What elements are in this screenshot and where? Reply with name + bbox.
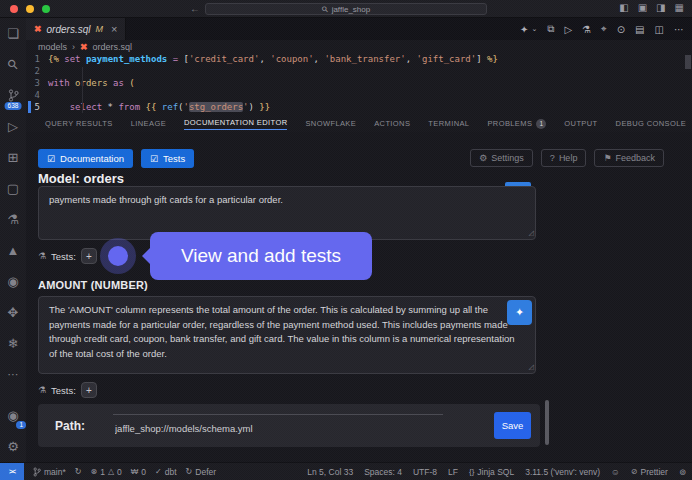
tooltip-view-and-add-tests: View and add tests — [150, 232, 372, 280]
breadcrumb-separator-icon: › — [72, 42, 75, 52]
resize-handle-icon[interactable]: ◿ — [529, 228, 534, 239]
help-icon: ? — [550, 153, 555, 163]
panel-tab-problems[interactable]: PROBLEMS 1 — [478, 115, 555, 132]
resize-handle-icon[interactable]: ◿ — [529, 362, 534, 373]
counter-status[interactable]: ₩ 0 — [131, 467, 146, 477]
save-button[interactable]: Save — [494, 412, 531, 439]
panel-tab-debug-console[interactable]: DEBUG CONSOLE — [607, 115, 692, 132]
compare-icon[interactable]: ⧉ — [547, 23, 554, 35]
indentation-status[interactable]: Spaces: 4 — [364, 467, 402, 477]
dbt-build-icon[interactable]: ✦ — [520, 24, 528, 35]
dbt-file-icon: ✖ — [34, 24, 42, 34]
history-back-icon[interactable]: ← — [190, 3, 200, 14]
settings-button[interactable]: ⚙ Settings — [470, 149, 533, 167]
more-actions-icon[interactable]: ⋯ — [674, 24, 684, 35]
dbt-power-user-icon[interactable]: ▲ — [0, 235, 26, 266]
settings-gear-icon[interactable]: ⚙ — [0, 431, 26, 462]
test-model-icon[interactable]: ⚗ — [582, 24, 591, 35]
encoding-status[interactable]: UTF-8 — [413, 467, 437, 477]
help-button[interactable]: ? Help — [541, 149, 587, 167]
panel-tab-documentation-editor[interactable]: DOCUMENTATION EDITOR — [175, 115, 296, 132]
close-window-button[interactable] — [10, 5, 18, 13]
tab-modified-marker: M — [95, 24, 103, 34]
dbt-build-dropdown-icon[interactable]: ⌄ — [531, 25, 537, 33]
defer-status[interactable]: ↻ Defer — [186, 467, 217, 477]
panel-tab-query-results[interactable]: QUERY RESULTS — [36, 115, 122, 132]
pin-icon[interactable]: ⌖ — [601, 23, 607, 35]
explorer-icon[interactable]: ❏ — [0, 18, 26, 49]
amount-description-textarea[interactable]: The 'AMOUNT' column represents the total… — [38, 296, 536, 374]
feedback-button[interactable]: ⚑ Feedback — [594, 149, 664, 167]
code-editor[interactable]: 1{% set payment_methods = ['credit_card'… — [26, 53, 692, 115]
counter-icon: ₩ — [131, 467, 139, 476]
code-line[interactable]: 5 select * from {{ ref('stg_orders') }} — [26, 101, 692, 113]
toggle-sidebar-left-icon[interactable]: ◧ — [619, 2, 628, 13]
panel-tab-lineage[interactable]: LINEAGE — [122, 115, 175, 132]
tab-close-icon[interactable]: × — [111, 23, 117, 35]
ai-generate-button[interactable]: ✦ — [507, 300, 532, 325]
panel-tab-snowflake[interactable]: SNOWFLAKE — [296, 115, 365, 132]
code-line[interactable]: 4 — [26, 89, 692, 101]
add-test-button[interactable]: + — [81, 248, 97, 264]
extensions-icon[interactable]: ⊞ — [0, 142, 26, 173]
search-text: jaffle_shop — [332, 5, 371, 14]
line-number: 2 — [26, 65, 48, 77]
run-file-icon[interactable]: ▷ — [564, 24, 572, 35]
path-input[interactable] — [113, 414, 443, 438]
dbt-status[interactable]: ✓ dbt — [155, 467, 177, 477]
toggle-sidebar-right-icon[interactable]: ◨ — [656, 2, 665, 13]
line-source: with orders as ( — [48, 77, 135, 89]
cursor-position-status[interactable]: Ln 5, Col 33 — [307, 467, 353, 477]
eol-status[interactable]: LF — [448, 467, 458, 477]
search-sidebar-icon[interactable]: ⚲ — [0, 49, 26, 80]
maximize-window-button[interactable] — [42, 5, 50, 13]
code-line[interactable]: 3with orders as ( — [26, 77, 692, 89]
source-control-icon[interactable]: 638 — [0, 80, 26, 111]
split-editor-icon[interactable]: ◫ — [655, 24, 664, 35]
braces-icon: {} — [469, 467, 474, 476]
documentation-toggle-button[interactable]: ☑ Documentation — [38, 149, 133, 168]
testing-icon[interactable]: ⚗ — [0, 204, 26, 235]
validate-icon[interactable]: ⊙ — [617, 24, 625, 35]
feedback-smiley-icon[interactable]: ☺ — [611, 467, 620, 477]
preview-icon[interactable]: ▤ — [635, 24, 644, 35]
git-sync-status[interactable]: ↻ — [75, 467, 82, 476]
search-icon: ⚲ — [319, 4, 330, 15]
flag-icon: ⚑ — [603, 153, 611, 163]
code-line[interactable]: 2 — [26, 65, 692, 77]
toggle-panel-icon[interactable]: ▣ — [638, 2, 647, 13]
python-interpreter-status[interactable]: 3.11.5 ('venv': venv) — [525, 467, 600, 477]
prettier-status[interactable]: ⊘ Prettier — [631, 467, 668, 477]
panel-scrollbar[interactable] — [545, 400, 549, 445]
window-controls[interactable] — [10, 5, 50, 13]
cursor-highlight — [100, 238, 136, 274]
run-debug-icon[interactable]: ▷ — [0, 111, 26, 142]
snowflake-icon[interactable]: ❄ — [0, 328, 26, 359]
account-view-icon[interactable]: ◉ — [0, 266, 26, 297]
command-center-search[interactable]: ⚲ jaffle_shop — [205, 3, 487, 15]
prettier-icon: ⊘ — [631, 467, 638, 476]
more-views-icon[interactable]: ⋯ — [0, 359, 26, 390]
panel-tab-actions[interactable]: ACTIONS — [365, 115, 419, 132]
live-share-icon[interactable]: ✥ — [0, 297, 26, 328]
problems-status[interactable]: ⊗ 1 △ 0 — [90, 467, 121, 477]
language-mode-status[interactable]: {} Jinja SQL — [469, 467, 514, 477]
branch-icon — [33, 467, 41, 477]
tests-toggle-button[interactable]: ☑ Tests — [141, 149, 194, 168]
tab-orders-sql[interactable]: ✖ orders.sql M × — [26, 18, 126, 40]
add-test-button[interactable]: + — [81, 382, 97, 398]
editor-scrollbar[interactable] — [685, 55, 691, 69]
git-branch-status[interactable]: main* — [33, 467, 66, 477]
accounts-icon[interactable]: ◉ 1 — [0, 400, 26, 431]
minimize-window-button[interactable] — [26, 5, 34, 13]
notifications-bell-icon[interactable]: ⊚ — [679, 467, 686, 477]
remote-indicator[interactable]: >< — [0, 463, 24, 480]
path-bar: Path: Save — [38, 404, 540, 447]
code-line[interactable]: 1{% set payment_methods = ['credit_card'… — [26, 53, 692, 65]
remote-explorer-icon[interactable]: ▢ — [0, 173, 26, 204]
panel-tab-terminal[interactable]: TERMINAL — [419, 115, 478, 132]
customize-layout-icon[interactable]: ▦ — [675, 2, 684, 13]
panel-tab-output[interactable]: OUTPUT — [555, 115, 606, 132]
breadcrumb-file[interactable]: orders.sql — [93, 42, 133, 52]
breadcrumb-folder[interactable]: models — [38, 42, 67, 52]
